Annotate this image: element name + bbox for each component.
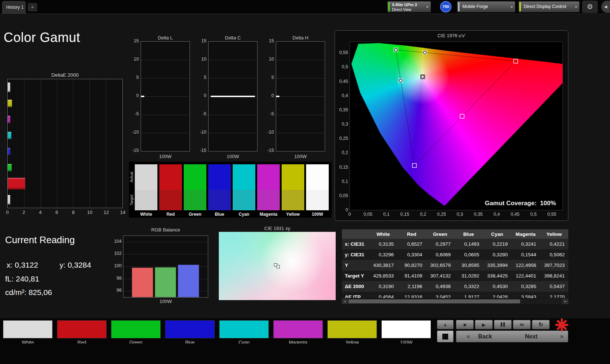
exposure-badge[interactable]: 700 bbox=[440, 1, 451, 12]
pattern-swatch-green[interactable] bbox=[111, 320, 161, 338]
pattern-swatch-label: Green bbox=[111, 340, 161, 344]
meter-name: X-Rite i1Pro 3 bbox=[392, 3, 424, 7]
back-next-bar[interactable]: « Back Next » bbox=[456, 330, 568, 342]
table-header-row: WhiteRedGreenBlueCyanMagentaYellow bbox=[342, 229, 568, 239]
swatch-target-cyan bbox=[233, 190, 255, 210]
pattern-swatch-cyan[interactable] bbox=[219, 320, 269, 338]
gridline bbox=[106, 79, 106, 208]
pattern-source-dropdown[interactable]: Mobile Forge ▼ bbox=[457, 1, 515, 12]
table-cell: 90,8270 bbox=[397, 260, 426, 271]
refresh-button[interactable]: ↻ bbox=[532, 320, 550, 329]
swatch-label: Yellow bbox=[282, 212, 304, 217]
calman-color-gamut-screen: History 1 + X-Rite i1Pro 3 Direct View ▼… bbox=[0, 0, 610, 364]
swatch-target-blue bbox=[208, 190, 231, 210]
row-label-target: Target bbox=[129, 189, 134, 211]
pattern-swatch-label-text: Magenta bbox=[273, 340, 323, 344]
measurements-table: WhiteRedGreenBlueCyanMagentaYellowx: CIE… bbox=[342, 229, 568, 298]
delta-c-chart: Delta C 100W 151050-5-10-15 bbox=[195, 35, 259, 161]
table-cell: 397,7023 bbox=[540, 260, 568, 271]
pattern-swatch-label-text: Yellow bbox=[327, 340, 377, 344]
stop-button[interactable]: ■ bbox=[456, 320, 474, 329]
row-label: Target Y bbox=[342, 271, 369, 281]
tick-label: -10 bbox=[128, 130, 139, 135]
tick-label: 15 bbox=[128, 38, 139, 43]
tick-label: 0,25 bbox=[434, 212, 450, 217]
tab-history-1[interactable]: History 1 bbox=[2, 1, 26, 14]
pattern-swatch-magenta[interactable] bbox=[273, 320, 323, 338]
tick-label: 0 bbox=[195, 93, 206, 98]
pattern-swatch-red[interactable] bbox=[57, 320, 107, 338]
tick-label: 0,45 bbox=[336, 79, 348, 84]
tick-label: -15 bbox=[263, 148, 274, 153]
table-cell: 398,8241 bbox=[540, 271, 568, 281]
pattern-swatch-yellow[interactable] bbox=[327, 320, 377, 338]
delta-l-plot bbox=[141, 41, 190, 152]
table-cell: 122,4401 bbox=[511, 271, 540, 281]
tick-label: 5 bbox=[128, 75, 139, 80]
rgb-balance-plot bbox=[123, 235, 208, 298]
value-marker bbox=[141, 96, 144, 97]
table-cell: 0,5062 bbox=[540, 249, 568, 260]
tick-label: 0,15 bbox=[397, 212, 413, 217]
gamut-coverage: Gamut Coverage: 100% bbox=[485, 200, 556, 207]
pattern-swatch-label-text: Blue bbox=[165, 340, 215, 344]
pattern-bar: ▲ ■ ▶ ∞ ↻ « Back Next » WhiteRedGreenBlu… bbox=[0, 318, 610, 364]
play-button[interactable]: ▶ bbox=[475, 320, 493, 329]
session-asterisk-icon[interactable] bbox=[555, 318, 568, 332]
tick-label: 0 bbox=[336, 207, 348, 212]
pattern-swatch-blue[interactable] bbox=[165, 320, 215, 338]
deltae-bar-magenta bbox=[8, 116, 10, 123]
table-cell: 0,3285 bbox=[511, 281, 540, 292]
tick-label: 0,2 bbox=[415, 212, 431, 217]
scroll-left-button[interactable]: ◄ bbox=[342, 299, 348, 304]
tick-label: -10 bbox=[195, 130, 206, 135]
chart-title: CIE 1931 xy bbox=[219, 226, 336, 231]
collapse-panel-button[interactable]: ◀ bbox=[601, 1, 610, 13]
pattern-window-button[interactable] bbox=[437, 330, 454, 342]
chart-title: CIE 1976 u'v' bbox=[335, 33, 568, 38]
pattern-swatch-label-text: Cyan bbox=[219, 340, 269, 344]
table-cell: 2,1196 bbox=[397, 281, 426, 292]
rgb-bar-blue bbox=[178, 265, 199, 297]
column-header: Blue bbox=[454, 229, 483, 239]
settings-button[interactable]: ⚙ bbox=[582, 1, 598, 13]
corner-cell bbox=[342, 229, 369, 239]
swatch-actual-yellow bbox=[282, 164, 304, 190]
reading-marker bbox=[277, 265, 280, 268]
table-cell: 0,3241 bbox=[511, 239, 540, 249]
table-cell: 430,3817 bbox=[369, 260, 397, 271]
tick-label: 10 bbox=[128, 57, 139, 62]
deltae2000-chart: DeltaE 2000 02468101214 bbox=[7, 72, 123, 218]
swatch-target-100w bbox=[306, 190, 329, 210]
pause-button[interactable] bbox=[494, 320, 512, 329]
swatch-label: White bbox=[135, 212, 157, 217]
table-cell: 0,6527 bbox=[397, 239, 426, 249]
back-button[interactable]: Back bbox=[478, 333, 492, 340]
pattern-up-button[interactable]: ▲ bbox=[437, 320, 454, 329]
swatch-target-yellow bbox=[282, 190, 304, 210]
table-scrollbar[interactable]: ◄ ► bbox=[342, 299, 568, 304]
scroll-right-button[interactable]: ► bbox=[563, 299, 568, 304]
pattern-swatch-white[interactable] bbox=[3, 320, 53, 338]
chevron-down-icon: ▼ bbox=[426, 5, 429, 8]
table-cell: 31,0292 bbox=[454, 271, 483, 281]
add-tab-button[interactable]: + bbox=[28, 3, 37, 11]
tick-label: 96 bbox=[111, 288, 122, 293]
pattern-swatch-label-text: 100W bbox=[381, 340, 431, 344]
scrollbar-thumb[interactable] bbox=[348, 299, 520, 303]
table-cell: 0,4936 bbox=[426, 281, 454, 292]
display-control-dropdown[interactable]: Direct Display Control ▼ bbox=[518, 1, 580, 12]
table-row: ΔE 20000,31902,11960,49360,33220,45300,3… bbox=[342, 281, 568, 292]
chart-title: Delta C bbox=[208, 35, 258, 41]
table-cell: 0,4530 bbox=[483, 281, 511, 292]
table-cell: 1,9127 bbox=[454, 292, 483, 298]
continuous-button[interactable]: ∞ bbox=[513, 320, 531, 329]
pattern-swatch-100w[interactable] bbox=[381, 320, 431, 338]
table-cell: 2,1270 bbox=[540, 292, 568, 298]
meter-dropdown[interactable]: X-Rite i1Pro 3 Direct View ▼ bbox=[387, 1, 431, 12]
gridline bbox=[209, 60, 257, 60]
next-button[interactable]: Next bbox=[525, 333, 538, 340]
tick-label: 4 bbox=[36, 210, 45, 215]
chart-title: RGB Balance bbox=[123, 227, 208, 233]
tick-label: 0,3 bbox=[336, 122, 348, 127]
